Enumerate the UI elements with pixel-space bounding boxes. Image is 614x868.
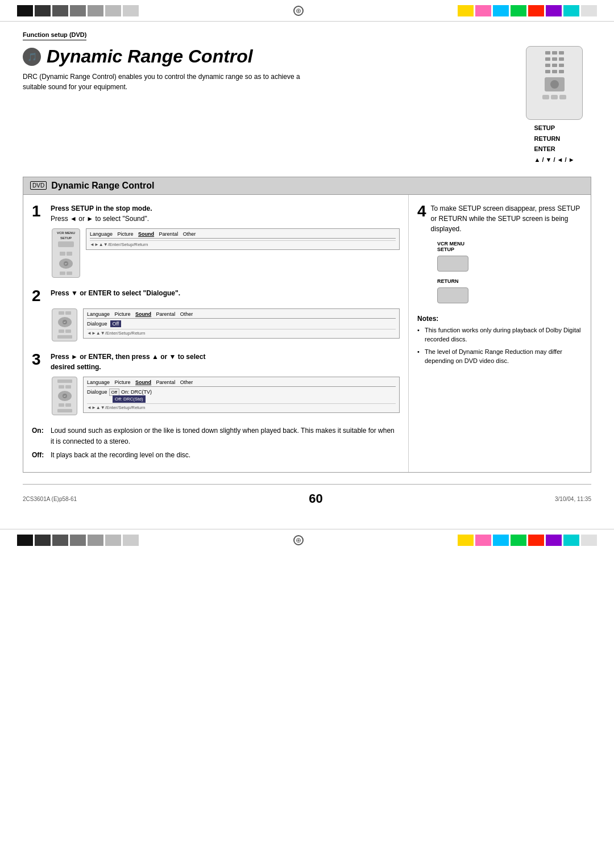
note-text-1: This function works only during playback… [425, 326, 582, 344]
bottom-purple [546, 535, 562, 546]
color-green [511, 5, 526, 16]
s2-tab-parental: Parental [156, 311, 176, 317]
page-title: 🎵 Dynamic Range Control [23, 46, 517, 67]
left-color-blocks [17, 5, 139, 16]
color-block-3 [52, 5, 68, 16]
step-1-nav-hint: ◄►▲▼/Enter/Setup/Return [90, 240, 396, 247]
color-yellow [458, 5, 474, 16]
color-pink [475, 5, 491, 16]
s2-dialogue-value: Off [110, 320, 122, 327]
remote-image [526, 46, 583, 120]
off-label: Off: [32, 450, 46, 461]
s3-tab-picture: Picture [115, 379, 131, 385]
note-text-2: The level of Dynamic Range Reduction may… [425, 347, 582, 366]
s3-tab-parental: Parental [156, 379, 176, 385]
right-column: 4 To make SETUP screen disappear, press … [409, 195, 591, 473]
note-item-1: • This function works only during playba… [417, 326, 582, 344]
color-block-1 [17, 5, 33, 16]
step-1-vcr-label: VCR MENU [57, 231, 75, 235]
bottom-red [528, 535, 544, 546]
step-3-header: 3 Press ► or ENTER, then press ▲ or ▼ to… [32, 352, 400, 372]
vcr-menu-label: VCR MENU SETUP [437, 241, 582, 252]
tab-parental: Parental [159, 231, 179, 237]
step-1-number: 1 [32, 203, 46, 219]
step-2-main: Press ▼ or ENTER to select "Dialogue". [51, 289, 180, 297]
color-white [581, 5, 597, 16]
step-1-setup-btn [58, 241, 74, 247]
step-3: 3 Press ► or ENTER, then press ▲ or ▼ to… [32, 352, 400, 415]
page-content: Function setup (DVD) 🎵 Dynamic Range Con… [0, 22, 614, 523]
note-item-2: • The level of Dynamic Range Reduction m… [417, 347, 582, 366]
off-text: It plays back at the recording level on … [51, 450, 190, 461]
bottom-block-3 [52, 535, 68, 546]
step-3-remote: ↵ [52, 377, 77, 415]
step-1-remote: VCR MENU SETUP ↵ [52, 228, 80, 278]
notes-title: Notes: [417, 315, 582, 323]
bottom-white [581, 535, 597, 546]
arrows-label: ▲ / ▼ / ◄ / ► [534, 155, 574, 165]
step-4-return-btn [437, 287, 468, 303]
left-column: 1 Press SETUP in the stop mode. Press ◄ … [23, 195, 409, 473]
on-row: On: Loud sound such as explosion or the … [32, 425, 400, 447]
s3-tab-other: Other [180, 379, 193, 385]
right-color-blocks [458, 5, 597, 16]
bullet-1: • [417, 326, 422, 344]
step-2: 2 Press ▼ or ENTER to select "Dialogue".… [32, 288, 400, 341]
step-3-line1: Press ► or ENTER, then press ▲ or ▼ to s… [51, 353, 205, 361]
page-number: 60 [309, 491, 322, 506]
s2-dialogue-label: Dialogue [87, 321, 107, 327]
function-setup-header: Function setup (DVD) [23, 31, 86, 40]
color-block-2 [35, 5, 51, 16]
main-content: 1 Press SETUP in the stop mode. Press ◄ … [23, 195, 591, 473]
s3-dialogue-label: Dialogue [87, 389, 107, 395]
bottom-block-6 [105, 535, 121, 546]
step-4-number: 4 [417, 203, 426, 219]
step-2-header: 2 Press ▼ or ENTER to select "Dialogue". [32, 288, 400, 304]
dvd-section-header: DVD Dynamic Range Control [23, 177, 591, 195]
step-4-vcr-area: VCR MENU SETUP RETURN [437, 241, 582, 303]
step-4: 4 To make SETUP screen disappear, press … [417, 203, 582, 303]
s2-tab-other: Other [180, 311, 193, 317]
bottom-pink [475, 535, 491, 546]
off-row: Off: It plays back at the recording leve… [32, 450, 400, 461]
bottom-left-blocks [17, 535, 139, 546]
s3-tab-sound: Sound [135, 379, 151, 385]
dvd-section-title: Dynamic Range Control [51, 181, 154, 191]
bottom-green [511, 535, 526, 546]
on-label: On: [32, 425, 46, 447]
color-block-4 [70, 5, 86, 16]
bottom-blue [493, 535, 509, 546]
step-1-line1: Press SETUP in the stop mode. [51, 205, 152, 212]
bottom-block-5 [88, 535, 103, 546]
return-label: RETURN [534, 133, 574, 144]
step-1-line2: Press ◄ or ► to select "Sound". [51, 214, 152, 224]
on-text: Loud sound such as explosion or the like… [51, 425, 400, 447]
s2-tab-language: Language [87, 311, 110, 317]
bottom-right-blocks [458, 535, 597, 546]
s3-off-option: Off [109, 389, 120, 396]
step-3-number: 3 [32, 352, 46, 368]
step-4-header: 4 To make SETUP screen disappear, press … [417, 203, 582, 234]
step-1: 1 Press SETUP in the stop mode. Press ◄ … [32, 203, 400, 278]
title-text: Dynamic Range Control [47, 46, 253, 67]
step-1-screen-tabs: Language Picture Sound Parental Other [90, 231, 396, 239]
color-red [528, 5, 544, 16]
color-block-5 [88, 5, 103, 16]
step-2-number: 2 [32, 288, 46, 304]
step-3-screen: Language Picture Sound Parental Other Di… [83, 377, 400, 413]
step-2-screen-area: ↵ Language Picture Sound Pa [52, 308, 400, 341]
footer-right: 3/10/04, 11:35 [555, 496, 591, 502]
step-3-text: Press ► or ENTER, then press ▲ or ▼ to s… [51, 352, 205, 372]
step-1-text: Press SETUP in the stop mode. Press ◄ or… [51, 203, 152, 224]
bullet-2: • [417, 347, 422, 366]
setup-label: SETUP [534, 123, 574, 133]
bottom-block-4 [70, 535, 86, 546]
top-color-bar: ⊕ [0, 0, 614, 22]
title-left: 🎵 Dynamic Range Control DRC (Dynamic Ran… [23, 46, 517, 92]
title-icon: 🎵 [23, 48, 41, 66]
footer-left: 2CS3601A (E)p58-61 [23, 496, 77, 502]
bottom-color-bar: ⊕ [0, 529, 614, 550]
step-1-screen: Language Picture Sound Parental Other ◄►… [86, 228, 400, 250]
color-blue [493, 5, 509, 16]
remote-labels: SETUP RETURN ENTER ▲ / ▼ / ◄ / ► [534, 123, 574, 165]
